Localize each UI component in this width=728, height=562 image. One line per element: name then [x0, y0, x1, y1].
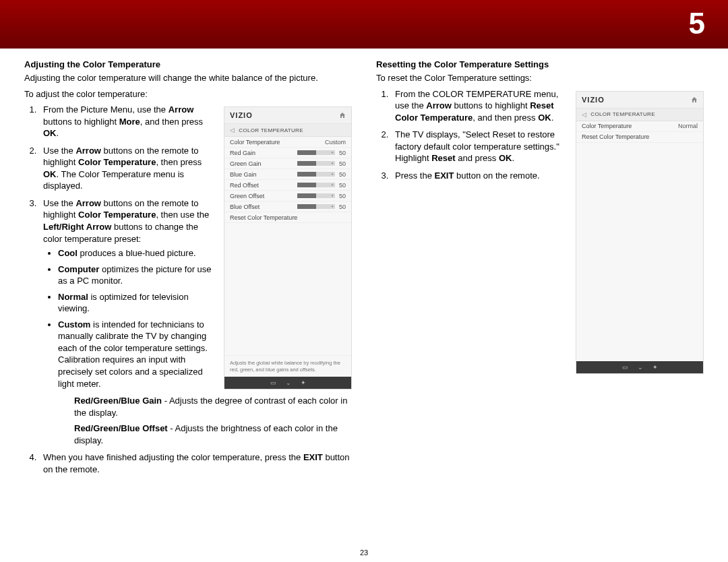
- osd-row-ct-label: Color Temperature: [230, 139, 325, 146]
- osd-brand: VIZIO: [582, 96, 605, 104]
- osd-help-text: Adjusts the global white balance by modi…: [224, 355, 351, 377]
- slider-bar: −+: [297, 183, 335, 187]
- chapter-banner: 5: [0, 0, 728, 49]
- osd-row-ct-value: Custom: [325, 139, 346, 146]
- osd-row-redgain-value: 50: [339, 150, 346, 156]
- osd-row-redgain-label: Red Gain: [230, 150, 293, 156]
- osd-panel-normal: VIZIO ◁ COLOR TEMPERATURE Color Temperat…: [576, 91, 704, 374]
- osd-row-reset: Reset Color Temperature: [582, 133, 698, 140]
- intro-paragraph: Adjusting the color temperature will cha…: [24, 72, 352, 84]
- slider-bar: −+: [297, 150, 335, 155]
- osd-row-bluegain-value: 50: [339, 171, 346, 178]
- slider-bar: −+: [297, 204, 335, 209]
- back-icon: ◁: [230, 127, 235, 133]
- wide-icon: ▭: [270, 379, 276, 386]
- osd-crumb: COLOR TEMPERATURE: [239, 127, 303, 133]
- osd-row-greengain-label: Green Gain: [230, 160, 293, 167]
- osd-brand: VIZIO: [230, 111, 253, 119]
- osd-row-bluegain-label: Blue Gain: [230, 171, 293, 178]
- osd-row-redoff-value: 50: [339, 182, 346, 189]
- osd-row-ct-value: Normal: [678, 123, 698, 129]
- left-column: Adjusting the Color Temperature Adjustin…: [24, 59, 352, 480]
- chevron-down-icon: ⌄: [286, 379, 291, 386]
- star-icon: ✦: [301, 379, 306, 386]
- osd-panel-custom: VIZIO ◁ COLOR TEMPERATURE Color Temperat…: [224, 106, 352, 389]
- osd-row-blueoff-label: Blue Offset: [230, 204, 293, 210]
- lead-in: To adjust the color temperature:: [24, 88, 352, 100]
- section-heading-reset: Resetting the Color Temperature Settings: [376, 59, 704, 69]
- osd-row-greenoff-value: 50: [339, 193, 346, 199]
- page-footer-number: 23: [0, 549, 728, 557]
- osd-row-ct-label: Color Temperature: [582, 123, 678, 129]
- star-icon: ✦: [653, 364, 658, 371]
- home-icon: [339, 112, 346, 119]
- chapter-number: 5: [689, 7, 705, 40]
- osd-row-greengain-value: 50: [339, 160, 346, 167]
- osd-footer-icons: ▭ ⌄ ✦: [224, 377, 351, 389]
- sub-gain: Red/Green/Blue Gain - Adjusts the degree…: [58, 395, 352, 418]
- sub-offset: Red/Green/Blue Offset - Adjusts the brig…: [58, 423, 352, 446]
- section-heading-adjusting: Adjusting the Color Temperature: [24, 59, 352, 69]
- step-4: When you have finished adjusting the col…: [39, 451, 352, 475]
- slider-bar: −+: [297, 172, 335, 177]
- osd-row-redoff-label: Red Offset: [230, 182, 293, 189]
- reset-lead: To reset the Color Temperature settings:: [376, 72, 704, 84]
- chevron-down-icon: ⌄: [638, 364, 643, 371]
- wide-icon: ▭: [622, 364, 628, 371]
- osd-crumb: COLOR TEMPERATURE: [590, 111, 655, 117]
- osd-footer-icons: ▭ ⌄ ✦: [576, 361, 703, 373]
- slider-bar: −+: [297, 193, 335, 198]
- slider-bar: −+: [297, 161, 335, 166]
- home-icon: [691, 96, 698, 103]
- osd-row-greenoff-label: Green Offset: [230, 193, 293, 199]
- right-column: Resetting the Color Temperature Settings…: [376, 59, 704, 480]
- osd-row-blueoff-value: 50: [339, 204, 346, 210]
- back-icon: ◁: [582, 111, 586, 118]
- page-body: Adjusting the Color Temperature Adjustin…: [0, 49, 728, 480]
- osd-row-reset: Reset Color Temperature: [230, 214, 346, 221]
